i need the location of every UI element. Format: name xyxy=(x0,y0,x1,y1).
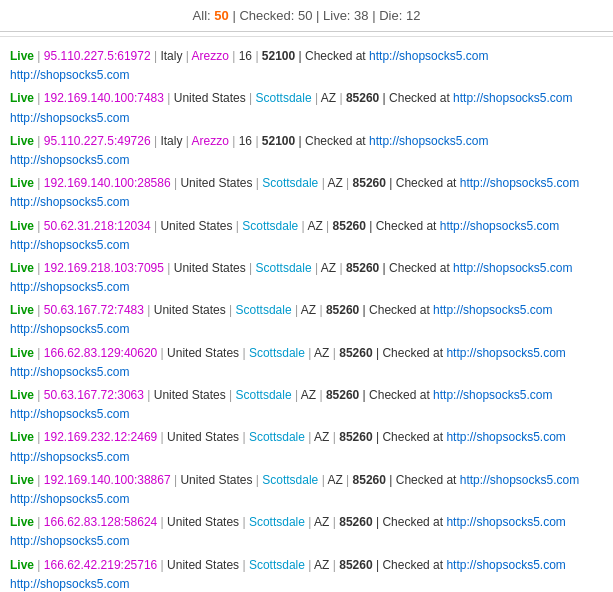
sep: | xyxy=(34,558,44,572)
checked-link[interactable]: http://shopsocks5.com xyxy=(369,134,488,148)
zip: 85260 xyxy=(353,176,386,190)
sep: | xyxy=(232,219,242,233)
shopsocks-link[interactable]: http://shopsocks5.com xyxy=(10,450,129,464)
sep: | xyxy=(229,49,239,63)
checked-link[interactable]: http://shopsocks5.com xyxy=(453,261,572,275)
checked-link[interactable]: http://shopsocks5.com xyxy=(369,49,488,63)
shopsocks-link[interactable]: http://shopsocks5.com xyxy=(10,534,129,548)
country: United States xyxy=(180,176,252,190)
list-item: Live | 50.63.167.72:3063 | United States… xyxy=(10,386,603,424)
shopsocks-link[interactable]: http://shopsocks5.com xyxy=(10,492,129,506)
ip: 192.169.140.100:28586 xyxy=(44,176,171,190)
sep: | xyxy=(329,515,339,529)
all-label: All: xyxy=(193,8,215,23)
country: Italy xyxy=(160,134,182,148)
ip: 192.169.232.12:2469 xyxy=(44,430,157,444)
checked-link[interactable]: http://shopsocks5.com xyxy=(446,430,565,444)
state: AZ xyxy=(314,430,329,444)
city: Arezzo xyxy=(192,134,229,148)
city: Scottsdale xyxy=(256,261,312,275)
shopsocks-link[interactable]: http://shopsocks5.com xyxy=(10,577,129,591)
entry-line2: http://shopsocks5.com xyxy=(10,236,603,255)
list-item: Live | 166.62.42.219:25716 | United Stat… xyxy=(10,556,603,593)
checked-link[interactable]: http://shopsocks5.com xyxy=(460,473,579,487)
zip: 85260 xyxy=(339,346,372,360)
city: Arezzo xyxy=(192,49,229,63)
sep: | xyxy=(305,346,314,360)
shopsocks-link[interactable]: http://shopsocks5.com xyxy=(10,407,129,421)
zip: 85260 xyxy=(353,473,386,487)
sep: | xyxy=(182,49,191,63)
sep: | xyxy=(239,346,249,360)
shopsocks-link[interactable]: http://shopsocks5.com xyxy=(10,280,129,294)
checked-text: | Checked at xyxy=(373,558,447,572)
entry-line1: Live | 192.169.140.100:7483 | United Sta… xyxy=(10,91,572,105)
list-item: Live | 192.169.140.100:38867 | United St… xyxy=(10,471,603,509)
country: Italy xyxy=(160,49,182,63)
sep: | xyxy=(329,558,339,572)
ip: 50.63.167.72:7483 xyxy=(44,303,144,317)
status-live: Live xyxy=(10,134,34,148)
sep2: | xyxy=(316,8,323,23)
status-live: Live xyxy=(10,388,34,402)
entry-line1: Live | 166.62.42.219:25716 | United Stat… xyxy=(10,558,566,572)
sep: | xyxy=(343,473,353,487)
entry-line2: http://shopsocks5.com xyxy=(10,405,603,424)
status-live: Live xyxy=(10,346,34,360)
entry-line1: Live | 166.62.83.128:58624 | United Stat… xyxy=(10,515,566,529)
sep: | xyxy=(252,473,262,487)
shopsocks-link[interactable]: http://shopsocks5.com xyxy=(10,195,129,209)
die-label: Die: xyxy=(379,8,406,23)
checked-link[interactable]: http://shopsocks5.com xyxy=(433,388,552,402)
shopsocks-link[interactable]: http://shopsocks5.com xyxy=(10,365,129,379)
checked-text: | Checked at xyxy=(295,49,369,63)
state: AZ xyxy=(314,558,329,572)
checked-link[interactable]: http://shopsocks5.com xyxy=(446,558,565,572)
entry-line2: http://shopsocks5.com xyxy=(10,278,603,297)
shopsocks-link[interactable]: http://shopsocks5.com xyxy=(10,153,129,167)
sep: | xyxy=(226,388,236,402)
country: United States xyxy=(167,515,239,529)
state: AZ xyxy=(327,473,342,487)
country: United States xyxy=(167,558,239,572)
ip: 95.110.227.5:61972 xyxy=(44,49,151,63)
ip: 166.62.42.219:25716 xyxy=(44,558,157,572)
sep: | xyxy=(34,91,44,105)
zip: 52100 xyxy=(262,49,295,63)
sep: | xyxy=(34,134,44,148)
checked-link[interactable]: http://shopsocks5.com xyxy=(446,515,565,529)
zip: 85260 xyxy=(339,558,372,572)
shopsocks-link[interactable]: http://shopsocks5.com xyxy=(10,111,129,125)
shopsocks-link[interactable]: http://shopsocks5.com xyxy=(10,322,129,336)
state: AZ xyxy=(307,219,322,233)
list-item: Live | 192.169.218.103:7095 | United Sta… xyxy=(10,259,603,297)
list-item: Live | 95.110.227.5:49726 | Italy | Arez… xyxy=(10,132,603,170)
entry-line2: http://shopsocks5.com xyxy=(10,109,603,128)
list-item: Live | 95.110.227.5:61972 | Italy | Arez… xyxy=(10,47,603,85)
sep: | xyxy=(316,303,326,317)
sep: | xyxy=(312,91,321,105)
sep: | xyxy=(336,261,346,275)
country: United States xyxy=(174,261,246,275)
checked-link[interactable]: http://shopsocks5.com xyxy=(460,176,579,190)
checked-link[interactable]: http://shopsocks5.com xyxy=(453,91,572,105)
checked-text: | Checked at xyxy=(379,261,453,275)
checked-text: | Checked at xyxy=(386,176,460,190)
sep: | xyxy=(34,430,44,444)
entry-line2: http://shopsocks5.com xyxy=(10,66,603,85)
shopsocks-link[interactable]: http://shopsocks5.com xyxy=(10,68,129,82)
sep: | xyxy=(34,49,44,63)
zip: 85260 xyxy=(346,91,379,105)
state: AZ xyxy=(314,515,329,529)
entry-line2: http://shopsocks5.com xyxy=(10,490,603,509)
country: United States xyxy=(167,430,239,444)
checked-link[interactable]: http://shopsocks5.com xyxy=(440,219,559,233)
shopsocks-link[interactable]: http://shopsocks5.com xyxy=(10,238,129,252)
live-label: Live: xyxy=(323,8,354,23)
sep: | xyxy=(34,219,44,233)
sep: | xyxy=(34,303,44,317)
checked-link[interactable]: http://shopsocks5.com xyxy=(433,303,552,317)
ip: 192.169.140.100:7483 xyxy=(44,91,164,105)
checked-link[interactable]: http://shopsocks5.com xyxy=(446,346,565,360)
sep: | xyxy=(252,49,262,63)
